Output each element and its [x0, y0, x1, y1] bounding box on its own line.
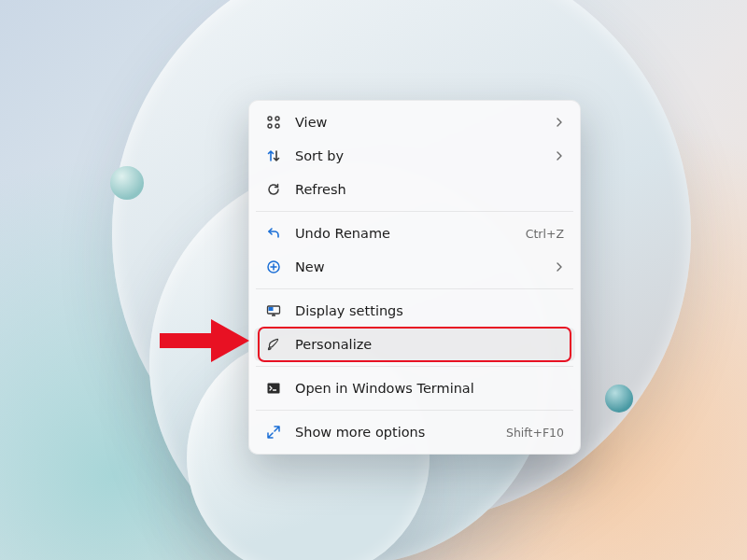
sort-icon — [265, 147, 282, 164]
menu-item-label: Open in Windows Terminal — [295, 381, 564, 396]
menu-separator — [256, 288, 573, 289]
menu-item-label: Personalize — [295, 337, 564, 352]
menu-item-label: View — [295, 115, 542, 130]
terminal-icon — [265, 380, 282, 397]
chevron-right-icon — [555, 151, 564, 161]
menu-item-label: Display settings — [295, 303, 564, 318]
plus-icon — [265, 259, 282, 275]
menu-separator — [256, 366, 573, 367]
svg-point-0 — [268, 117, 272, 120]
refresh-icon — [265, 181, 282, 198]
chevron-right-icon — [555, 118, 564, 127]
svg-point-3 — [275, 124, 279, 128]
display-icon — [265, 302, 282, 319]
grid-icon — [265, 114, 282, 131]
menu-item-more[interactable]: Show more optionsShift+F10 — [254, 415, 575, 449]
menu-item-terminal[interactable]: Open in Windows Terminal — [254, 371, 575, 405]
wallpaper-shape — [605, 385, 633, 413]
undo-icon — [265, 225, 282, 242]
menu-item-shortcut: Shift+F10 — [506, 426, 564, 440]
menu-separator — [256, 410, 573, 411]
svg-rect-7 — [268, 384, 280, 394]
menu-item-personalize[interactable]: Personalize — [254, 328, 575, 361]
desktop-context-menu: ViewSort byRefreshUndo RenameCtrl+ZNewDi… — [248, 100, 581, 455]
menu-item-shortcut: Ctrl+Z — [526, 227, 564, 241]
menu-separator — [256, 211, 573, 212]
chevron-right-icon — [555, 262, 564, 272]
menu-item-display[interactable]: Display settings — [254, 294, 575, 328]
menu-item-view[interactable]: View — [254, 105, 575, 139]
menu-item-label: Sort by — [295, 148, 542, 163]
expand-icon — [265, 424, 282, 441]
menu-item-label: Show more options — [295, 425, 493, 440]
menu-item-label: Undo Rename — [295, 226, 513, 241]
menu-item-undo[interactable]: Undo RenameCtrl+Z — [254, 217, 575, 250]
svg-point-1 — [275, 117, 279, 120]
menu-item-label: New — [295, 259, 542, 274]
brush-icon — [265, 336, 282, 353]
menu-item-label: Refresh — [295, 182, 564, 197]
menu-item-new[interactable]: New — [254, 250, 575, 284]
svg-rect-6 — [269, 307, 274, 311]
wallpaper-shape — [110, 166, 144, 200]
menu-item-sort[interactable]: Sort by — [254, 139, 575, 173]
svg-point-2 — [268, 124, 272, 128]
menu-item-refresh[interactable]: Refresh — [254, 173, 575, 206]
